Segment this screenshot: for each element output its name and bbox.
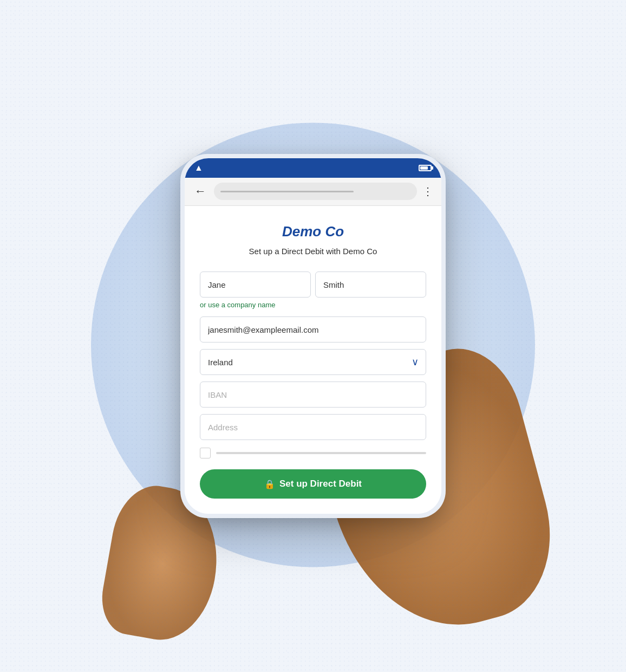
form-subtitle: Set up a Direct Debit with Demo Co — [200, 245, 426, 258]
terms-checkbox[interactable] — [200, 448, 211, 458]
email-input[interactable] — [200, 316, 426, 343]
company-name-link[interactable]: or use a company name — [200, 301, 426, 309]
address-row — [200, 414, 426, 440]
phone-shell: ▲ ← ⋮ Demo Co Set up a Direct Debit with… — [180, 154, 446, 519]
url-bar[interactable] — [214, 183, 417, 200]
phone-mockup: ▲ ← ⋮ Demo Co Set up a Direct Debit with… — [180, 154, 446, 519]
company-title: Demo Co — [200, 223, 426, 240]
terms-label-placeholder — [216, 452, 426, 454]
country-row: Ireland United Kingdom Germany France ∨ — [200, 349, 426, 375]
address-input[interactable] — [200, 414, 426, 440]
browser-menu-button[interactable]: ⋮ — [422, 185, 434, 198]
last-name-input[interactable] — [315, 272, 426, 298]
form-content: Demo Co Set up a Direct Debit with Demo … — [185, 206, 441, 514]
url-text-placeholder — [220, 191, 354, 192]
lock-icon: 🔒 — [264, 479, 275, 489]
country-select[interactable]: Ireland United Kingdom Germany France — [200, 349, 426, 375]
email-row — [200, 316, 426, 343]
back-button[interactable]: ← — [192, 182, 208, 201]
submit-button[interactable]: 🔒 Set up Direct Debit — [200, 469, 426, 499]
signal-icon: ▲ — [194, 163, 203, 173]
iban-row — [200, 382, 426, 408]
first-name-input[interactable] — [200, 272, 311, 298]
browser-nav-bar: ← ⋮ — [185, 178, 441, 206]
country-select-wrapper: Ireland United Kingdom Germany France ∨ — [200, 349, 426, 375]
status-bar: ▲ — [185, 158, 441, 178]
submit-label: Set up Direct Debit — [279, 479, 362, 489]
name-row — [200, 272, 426, 298]
terms-checkbox-row — [200, 448, 426, 458]
battery-icon — [419, 165, 432, 171]
iban-input[interactable] — [200, 382, 426, 408]
phone-screen: ▲ ← ⋮ Demo Co Set up a Direct Debit with… — [185, 158, 441, 514]
